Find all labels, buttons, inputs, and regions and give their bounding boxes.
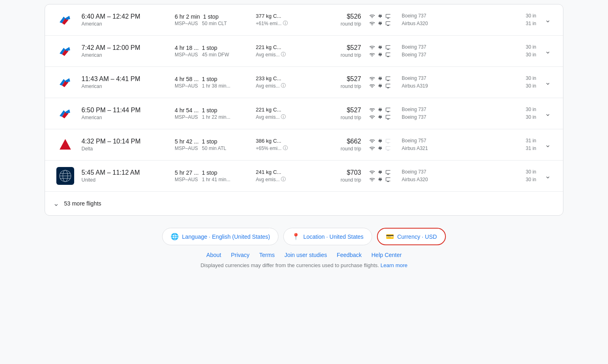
flight-row[interactable]: 7:42 AM – 12:00 PM American 4 hr 18 ... … [45, 36, 563, 67]
location-icon: 📍 [292, 233, 300, 240]
footer-link[interactable]: About [206, 252, 221, 258]
emissions-diff: +65% emi... ⓘ [256, 145, 313, 152]
language-button[interactable]: 🌐 Language · English (United States) [162, 228, 278, 245]
emissions-column: 386 kg C... +65% emi... ⓘ [248, 138, 313, 152]
aircraft-1: Boeing 737 [402, 43, 516, 51]
amenities-column [361, 169, 394, 182]
chevron-down-icon: ⌄ [545, 78, 551, 87]
price-type: round trip [321, 146, 361, 152]
footer-link[interactable]: Terms [259, 252, 275, 258]
amenities-column [361, 76, 394, 89]
aircraft-1: Boeing 737 [402, 12, 516, 20]
flight-time-column: 7:42 AM – 12:00 PM American [77, 44, 167, 58]
expand-button[interactable]: ⌄ [540, 140, 555, 149]
emissions-diff: Avg emis... ⓘ [256, 82, 313, 89]
info-icon[interactable]: ⓘ [281, 51, 286, 58]
info-icon[interactable]: ⓘ [281, 113, 286, 120]
seat-column: 30 in 30 in [516, 75, 540, 90]
airline-name: American [81, 21, 167, 27]
flight-row[interactable]: 6:50 PM – 11:44 PM American 4 hr 54 ... … [45, 98, 563, 129]
amenities-row-2 [369, 146, 394, 151]
currency-icon: 💳 [386, 233, 394, 240]
aircraft-column: Boeing 757 Airbus A321 [394, 137, 516, 152]
expand-button[interactable]: ⌄ [540, 15, 555, 24]
aircraft-column: Boeing 737 Boeing 737 [394, 106, 516, 121]
info-icon[interactable]: ⓘ [281, 82, 286, 89]
flight-time: 6:50 PM – 11:44 PM [81, 107, 167, 114]
expand-button[interactable]: ⌄ [540, 109, 555, 118]
info-icon[interactable]: ⓘ [283, 20, 288, 27]
flight-duration-column: 6 hr 2 min 1 stop MSP–AUS 50 min CLT [167, 13, 248, 26]
price-type: round trip [321, 84, 361, 89]
info-icon[interactable]: ⓘ [281, 176, 286, 183]
more-flights-row[interactable]: ⌄ 53 more flights [45, 192, 563, 215]
price-type: round trip [321, 52, 361, 58]
amenities-row-1 [369, 169, 394, 175]
flight-time: 11:43 AM – 4:41 PM [81, 75, 167, 83]
price-amount: $527 [321, 107, 361, 114]
amenities-row-1 [369, 45, 394, 50]
more-flights-chevron: ⌄ [53, 199, 59, 208]
amenities-row-2 [369, 21, 394, 26]
footer-buttons: 🌐 Language · English (United States) 📍 L… [45, 228, 563, 245]
flight-row[interactable]: 6:40 AM – 12:42 PM American 6 hr 2 min 1… [45, 4, 563, 36]
aircraft-1: Boeing 737 [402, 106, 516, 113]
currency-button[interactable]: 💳 Currency · USD [377, 228, 446, 245]
flight-row[interactable]: 4:32 PM – 10:14 PM Delta 5 hr 42 ... 1 s… [45, 129, 563, 161]
flight-time-column: 4:32 PM – 10:14 PM Delta [77, 138, 167, 152]
aircraft-1: Boeing 737 [402, 75, 516, 82]
airline-name: American [81, 52, 167, 58]
flight-row[interactable]: 11:43 AM – 4:41 PM American 4 hr 58 ... … [45, 67, 563, 98]
footer-link[interactable]: Feedback [337, 252, 362, 258]
seat-column: 30 in 30 in [516, 43, 540, 59]
footer-link[interactable]: Join user studies [285, 252, 327, 258]
expand-button[interactable]: ⌄ [540, 78, 555, 87]
flight-duration-column: 5 hr 27 ... 1 stop MSP–AUS 1 hr 41 min..… [167, 169, 248, 182]
duration-stops: 4 hr 54 ... 1 stop [175, 107, 248, 113]
more-flights-label: 53 more flights [64, 200, 101, 207]
seat-1: 30 in [516, 75, 536, 82]
expand-button[interactable]: ⌄ [540, 47, 555, 56]
footer-link[interactable]: Privacy [231, 252, 250, 258]
emissions-column: 221 kg C... Avg emis... ⓘ [248, 44, 313, 58]
seat-column: 30 in 31 in [516, 12, 540, 28]
price-column: $662 round trip [313, 138, 361, 152]
airline-name: American [81, 84, 167, 89]
aircraft-2: Airbus A320 [402, 176, 516, 184]
aircraft-column: Boeing 737 Boeing 737 [394, 43, 516, 59]
amenities-row-1 [369, 76, 394, 81]
amenities-row-2 [369, 83, 394, 89]
price-type: round trip [321, 21, 361, 27]
price-column: $526 round trip [313, 13, 361, 27]
emissions-column: 233 kg C... Avg emis... ⓘ [248, 75, 313, 89]
amenities-row-1 [369, 138, 394, 144]
airline-name: United [81, 177, 167, 183]
location-button[interactable]: 📍 Location · United States [283, 228, 372, 245]
chevron-down-icon: ⌄ [545, 109, 551, 118]
footer-link[interactable]: Help Center [371, 252, 402, 258]
amenities-column [361, 138, 394, 151]
flight-duration-column: 4 hr 18 ... 1 stop MSP–AUS 45 min DFW [167, 45, 248, 58]
emissions-amount: 241 kg C... [256, 169, 313, 175]
emissions-diff: Avg emis... ⓘ [256, 176, 313, 183]
duration-stops: 4 hr 18 ... 1 stop [175, 45, 248, 51]
duration-detail: MSP–AUS 1 hr 38 min... [175, 83, 248, 89]
flight-time-column: 6:50 PM – 11:44 PM American [77, 107, 167, 120]
amenities-column [361, 107, 394, 120]
expand-button[interactable]: ⌄ [540, 171, 555, 180]
learn-more-link[interactable]: Learn more [381, 262, 407, 268]
price-amount: $527 [321, 44, 361, 51]
flight-duration-column: 5 hr 42 ... 1 stop MSP–AUS 50 min ATL [167, 138, 248, 151]
seat-2: 30 in [516, 176, 536, 184]
flight-time-column: 5:45 AM – 11:12 AM United [77, 169, 167, 183]
duration-detail: MSP–AUS 1 hr 22 min... [175, 114, 248, 120]
flight-duration-column: 4 hr 58 ... 1 stop MSP–AUS 1 hr 38 min..… [167, 76, 248, 89]
seat-column: 30 in 30 in [516, 106, 540, 121]
aircraft-column: Boeing 737 Airbus A319 [394, 75, 516, 90]
price-type: round trip [321, 177, 361, 183]
info-icon[interactable]: ⓘ [283, 145, 288, 152]
chevron-down-icon: ⌄ [545, 171, 551, 180]
duration-detail: MSP–AUS 1 hr 41 min... [175, 177, 248, 182]
flight-row[interactable]: 5:45 AM – 11:12 AM United 5 hr 27 ... 1 … [45, 161, 563, 192]
emissions-column: 241 kg C... Avg emis... ⓘ [248, 169, 313, 183]
